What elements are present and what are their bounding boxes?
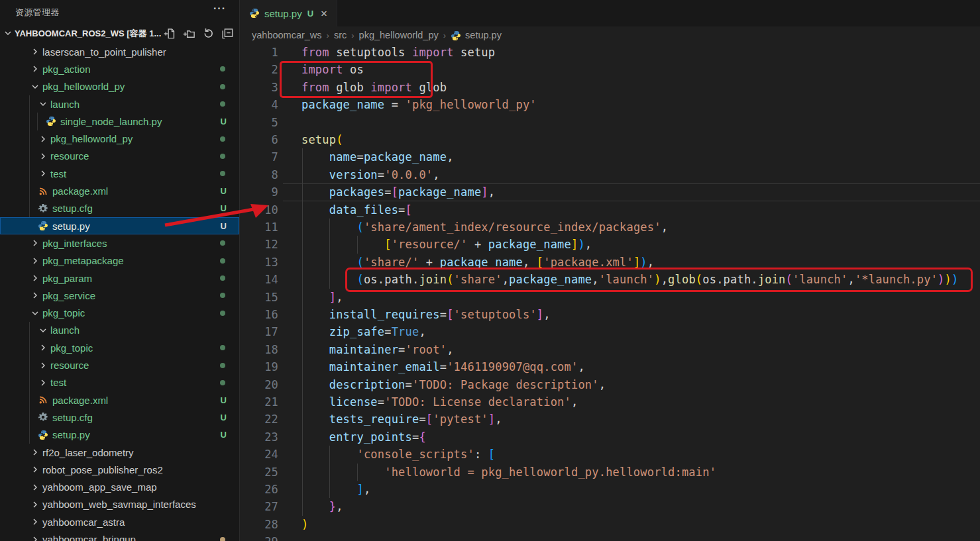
tree-item-single-node-launch-py[interactable]: single_node_launch.pyU [0, 113, 239, 130]
tree-item-laserscan-to-point-pulisher[interactable]: laserscan_to_point_pulisher [0, 43, 239, 60]
tree-item-package-xml[interactable]: package.xmlU [0, 182, 239, 199]
code-line-15[interactable]: 15 ], [241, 289, 980, 306]
python-icon [249, 8, 260, 19]
tab-setup-py[interactable]: setup.py U × [241, 0, 337, 26]
code-line-12[interactable]: 12 ['resource/' + package_name]), [241, 236, 980, 253]
tree-item-label: pkg_param [42, 273, 92, 284]
tree-item-label: pkg_topic [42, 307, 85, 319]
code-line-24[interactable]: 24 'console_scripts': [ [241, 446, 980, 463]
code-editor[interactable]: 1from setuptools import setup2import os3… [241, 44, 980, 541]
chevron-down-icon [38, 325, 48, 336]
tree-item-label: resource [50, 150, 89, 162]
line-number: 20 [241, 376, 278, 393]
tree-item-pkg-topic[interactable]: pkg_topic [0, 339, 239, 356]
tree-item-pkg-helloworld-py[interactable]: pkg_helloworld_py [0, 130, 239, 148]
line-number: 16 [241, 306, 278, 323]
python-icon [451, 30, 461, 40]
code-line-21[interactable]: 21 license='TODO: License declaration', [241, 393, 980, 411]
tree-item-rf2o-laser-odometry[interactable]: rf2o_laser_odometry [0, 444, 239, 461]
tree-item-yahboom-app-save-map[interactable]: yahboom_app_save_map [0, 479, 239, 496]
code-line-8[interactable]: 8 version='0.0.0', [241, 166, 980, 183]
tree-item-setup-cfg[interactable]: setup.cfgU [0, 409, 239, 426]
tree-item-setup-py[interactable]: setup.pyU [0, 217, 239, 234]
tree-item-setup-py[interactable]: setup.pyU [0, 426, 239, 444]
code-line-25[interactable]: 25 'helloworld = pkg_helloworld_py.hello… [241, 464, 980, 481]
tree-item-pkg-metapackage[interactable]: pkg_metapackage [0, 252, 239, 270]
line-number: 19 [241, 358, 278, 375]
tree-item-robot-pose-publisher-ros2[interactable]: robot_pose_publisher_ros2 [0, 461, 239, 478]
explorer-toolbar [164, 27, 234, 40]
editor-area: setup.py U × yahboomcar_ws›src›pkg_hello… [241, 0, 980, 541]
line-number: 5 [241, 114, 278, 131]
git-untracked-dot [220, 363, 225, 368]
code-line-content: ], [301, 481, 370, 498]
breadcrumb-separator: › [351, 30, 354, 40]
tree-item-label: yahboomcar_astra [42, 516, 125, 528]
line-number: 1 [241, 44, 278, 61]
chevron-right-icon [30, 516, 40, 527]
chevron-right-icon [30, 499, 40, 510]
code-line-11[interactable]: 11 ('share/ament_index/resource_index/pa… [241, 219, 980, 236]
code-line-23[interactable]: 23 entry_points={ [241, 428, 980, 446]
tree-item-package-xml[interactable]: package.xmlU [0, 391, 239, 409]
code-line-content: ) [301, 516, 308, 533]
code-line-26[interactable]: 26 ], [241, 481, 980, 498]
code-line-18[interactable]: 18 maintainer='root', [241, 341, 980, 358]
breadcrumb: yahboomcar_ws›src›pkg_helloworld_py›setu… [252, 26, 502, 44]
tree-item-pkg-param[interactable]: pkg_param [0, 270, 239, 287]
code-line-7[interactable]: 7 name=package_name, [241, 148, 980, 166]
tree-item-yahboom-web-savmap-interfaces[interactable]: yahboom_web_savmap_interfaces [0, 496, 239, 513]
breadcrumb-item[interactable]: yahboomcar_ws [252, 30, 322, 40]
tree-item-pkg-action[interactable]: pkg_action [0, 60, 239, 77]
chevron-right-icon [30, 273, 40, 283]
code-line-17[interactable]: 17 zip_safe=True, [241, 323, 980, 340]
tree-item-launch[interactable]: launch [0, 95, 239, 113]
code-line-14[interactable]: 14 (os.path.join('share',package_name,'l… [241, 271, 980, 288]
line-number: 10 [241, 201, 278, 219]
code-line-20[interactable]: 20 description='TODO: Package descriptio… [241, 376, 980, 393]
breadcrumb-item[interactable]: pkg_helloworld_py [359, 30, 439, 40]
tree-item-test[interactable]: test [0, 165, 239, 182]
tree-item-pkg-helloworld-py[interactable]: pkg_helloworld_py [0, 78, 239, 95]
collapse-all-icon[interactable] [221, 27, 234, 40]
code-line-9[interactable]: 9 packages=[package_name], [241, 183, 980, 201]
code-line-22[interactable]: 22 tests_require=['pytest'], [241, 411, 980, 428]
new-folder-icon[interactable] [183, 27, 195, 40]
tree-item-pkg-topic[interactable]: pkg_topic [0, 305, 239, 322]
code-line-6[interactable]: 6setup( [241, 131, 980, 148]
tree-item-resource[interactable]: resource [0, 356, 239, 373]
tree-item-resource[interactable]: resource [0, 148, 239, 165]
code-line-13[interactable]: 13 ('share/' + package_name, ['package.x… [241, 254, 980, 271]
tree-item-setup-cfg[interactable]: setup.cfgU [0, 200, 239, 217]
refresh-icon[interactable] [202, 27, 215, 40]
new-file-icon[interactable] [164, 27, 176, 40]
code-line-19[interactable]: 19 maintainer_email='1461190907@qq.com', [241, 358, 980, 375]
breadcrumb-item[interactable]: src [334, 30, 347, 40]
code-line-16[interactable]: 16 install_requires=['setuptools'], [241, 306, 980, 323]
tree-item-pkg-service[interactable]: pkg_service [0, 287, 239, 304]
tree-item-pkg-interfaces[interactable]: pkg_interfaces [0, 234, 239, 252]
close-icon[interactable]: × [321, 8, 327, 19]
more-actions-icon[interactable]: ··· [213, 3, 226, 15]
code-line-1[interactable]: 1from setuptools import setup [241, 44, 980, 61]
breadcrumb-item[interactable]: setup.py [465, 30, 502, 40]
code-line-10[interactable]: 10 data_files=[ [241, 201, 980, 219]
chevron-right-icon [30, 64, 40, 74]
tree-item-label: test [50, 168, 66, 179]
tree-item-launch[interactable]: launch [0, 322, 239, 339]
code-line-content: ('share/ament_index/resource_index/packa… [301, 219, 668, 236]
code-line-5[interactable]: 5 [241, 114, 980, 131]
code-line-content: setup( [301, 131, 343, 148]
tree-item-yahboomcar-bringup[interactable]: yahboomcar_bringup [0, 530, 239, 541]
tree-item-yahboomcar-astra[interactable]: yahboomcar_astra [0, 513, 239, 530]
code-line-2[interactable]: 2import os [241, 61, 980, 78]
workspace-section-header[interactable]: YAHBOOMCAR_ROS2_WS [容器 1... [0, 25, 239, 42]
code-line-4[interactable]: 4package_name = 'pkg_helloworld_py' [241, 96, 980, 113]
code-line-28[interactable]: 28) [241, 516, 980, 533]
git-untracked-badge: U [221, 395, 227, 405]
tree-item-test[interactable]: test [0, 374, 239, 391]
code-line-3[interactable]: 3from glob import glob [241, 79, 980, 96]
code-line-29[interactable]: 29 [241, 533, 980, 541]
code-line-content: maintainer_email='1461190907@qq.com', [301, 358, 585, 375]
code-line-27[interactable]: 27 }, [241, 498, 980, 515]
